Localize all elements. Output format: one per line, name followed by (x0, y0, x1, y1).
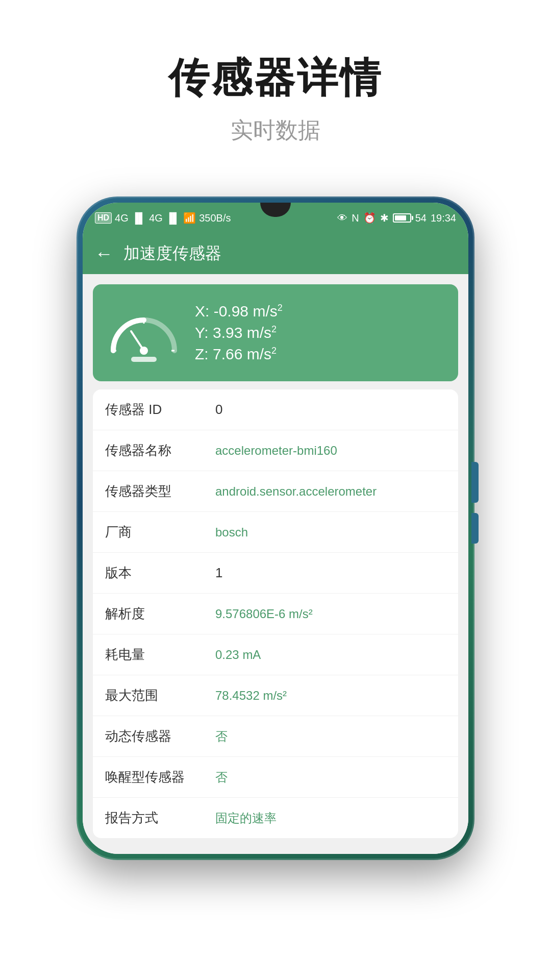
info-label: 报告方式 (105, 809, 207, 827)
toolbar-title: 加速度传感器 (123, 242, 221, 265)
info-row: 传感器类型android.sensor.accelerometer (93, 471, 458, 512)
info-value: 0 (215, 402, 446, 418)
sensor-info-card: 传感器 ID0传感器名称accelerometer-bmi160传感器类型and… (93, 389, 458, 838)
info-label: 唤醒型传感器 (105, 768, 207, 786)
info-row: 解析度9.576806E-6 m/s² (93, 594, 458, 634)
info-label: 传感器类型 (105, 482, 207, 500)
speedometer-icon (103, 300, 185, 366)
sensor-gauge-card: X: -0.98 m/s2 Y: 3.93 m/s2 Z: 7.66 m/s2 (93, 284, 458, 381)
info-row: 厂商bosch (93, 512, 458, 553)
info-label: 动态传感器 (105, 727, 207, 745)
info-value: 否 (215, 728, 446, 745)
info-label: 传感器 ID (105, 401, 207, 419)
page-title: 传感器详情 (168, 51, 383, 106)
info-row: 传感器 ID0 (93, 389, 458, 430)
info-row: 唤醒型传感器否 (93, 757, 458, 798)
info-value: accelerometer-bmi160 (215, 444, 446, 458)
phone-screen: HD 4G ▐▌ 4G ▐▌ 📶 350B/s 👁 N ⏰ ✱ 54 (83, 203, 468, 854)
signal-4g-1: 4G (115, 212, 129, 224)
info-label: 耗电量 (105, 646, 207, 664)
info-row: 传感器名称accelerometer-bmi160 (93, 430, 458, 471)
info-label: 传感器名称 (105, 442, 207, 459)
phone-mockup: HD 4G ▐▌ 4G ▐▌ 📶 350B/s 👁 N ⏰ ✱ 54 (77, 197, 474, 860)
info-row: 报告方式固定的速率 (93, 798, 458, 838)
info-row: 动态传感器否 (93, 716, 458, 757)
info-label: 版本 (105, 564, 207, 582)
y-value: Y: 3.93 m/s2 (195, 324, 283, 341)
page-header: 传感器详情 实时数据 (168, 51, 383, 145)
x-value: X: -0.98 m/s2 (195, 303, 283, 320)
info-row: 版本1 (93, 553, 458, 594)
info-value: 否 (215, 769, 446, 786)
svg-point-4 (140, 347, 148, 355)
sensor-values: X: -0.98 m/s2 Y: 3.93 m/s2 Z: 7.66 m/s2 (195, 303, 283, 363)
back-button[interactable]: ← (95, 243, 113, 264)
battery-pct: 54 (415, 212, 427, 224)
speed-indicator: 350B/s (199, 212, 231, 224)
z-value: Z: 7.66 m/s2 (195, 346, 283, 363)
wifi-icon: 📶 (183, 212, 196, 224)
info-value: 78.4532 m/s² (215, 689, 446, 703)
status-bar-right: 👁 N ⏰ ✱ 54 19:34 (337, 212, 456, 224)
eye-icon: 👁 (337, 212, 347, 224)
page-subtitle: 实时数据 (168, 115, 383, 145)
clock-time: 19:34 (431, 212, 456, 224)
info-row: 最大范围78.4532 m/s² (93, 675, 458, 716)
info-row: 耗电量0.23 mA (93, 634, 458, 675)
info-value: bosch (215, 525, 446, 540)
signal-bars-2: ▐▌ (166, 212, 180, 224)
side-button-volume-down (471, 513, 479, 544)
info-value: 1 (215, 565, 446, 581)
app-content: X: -0.98 m/s2 Y: 3.93 m/s2 Z: 7.66 m/s2 … (83, 274, 468, 854)
info-label: 解析度 (105, 605, 207, 623)
signal-4g-2: 4G (149, 212, 163, 224)
signal-bars: ▐▌ (132, 212, 146, 224)
svg-rect-5 (131, 357, 157, 362)
info-value: 0.23 mA (215, 648, 446, 662)
hd-badge: HD (95, 212, 112, 224)
info-label: 最大范围 (105, 687, 207, 704)
side-button-volume-up (471, 462, 479, 503)
app-toolbar: ← 加速度传感器 (83, 233, 468, 274)
info-value: 固定的速率 (215, 810, 446, 826)
battery-icon (393, 213, 411, 223)
info-value: android.sensor.accelerometer (215, 484, 446, 499)
bluetooth-icon: ✱ (380, 212, 389, 224)
status-bar-left: HD 4G ▐▌ 4G ▐▌ 📶 350B/s (95, 212, 231, 224)
alarm-icon: ⏰ (363, 212, 376, 224)
phone-frame: HD 4G ▐▌ 4G ▐▌ 📶 350B/s 👁 N ⏰ ✱ 54 (77, 197, 474, 860)
info-value: 9.576806E-6 m/s² (215, 607, 446, 621)
info-label: 厂商 (105, 523, 207, 541)
nfc-icon: N (352, 212, 359, 224)
